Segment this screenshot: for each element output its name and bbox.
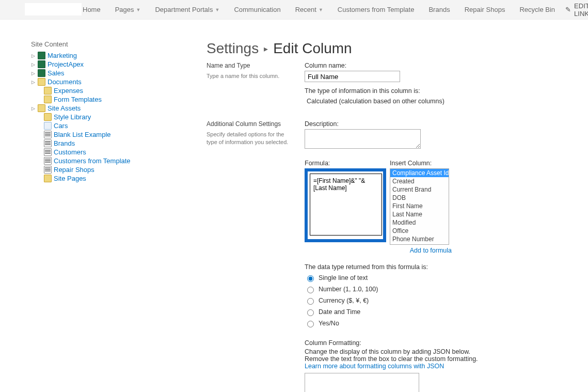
col-format-text2: Remove the text from the box to clear th… [305,355,537,363]
tree-item-label: Sales [47,69,65,77]
description-label: Description: [305,120,537,128]
return-type-option[interactable]: Currency ($, ¥, €) [305,295,537,306]
site-icon [38,60,45,68]
nav-item[interactable]: Department Portals ▼ [155,6,219,13]
expand-icon[interactable] [37,88,42,93]
nav-item[interactable]: Recycle Bin [519,6,555,13]
tree-item[interactable]: ▷Sales [31,69,145,77]
insert-column-list[interactable]: Compliance Asset IdCreatedCurrent BrandD… [390,168,449,245]
expand-icon[interactable]: ▷ [31,62,36,67]
return-type-label: Date and Time [319,308,360,316]
nav-item[interactable]: Recent ▼ [295,6,323,13]
return-type-radio[interactable] [307,298,314,305]
expand-icon[interactable] [37,123,42,128]
tree-item[interactable]: Brands [31,139,145,148]
insert-column-item[interactable]: Office [390,227,449,235]
insert-column-item[interactable]: Last Name [390,210,449,218]
return-type-radio[interactable] [307,287,314,293]
insert-column-item[interactable]: Compliance Asset Id [390,169,449,177]
tree-item[interactable]: Cars [31,121,145,130]
folder-icon [38,78,45,86]
list-icon [44,139,52,147]
add-to-formula-link[interactable]: Add to formula [390,247,452,254]
insert-column-item[interactable]: Reward Period End [390,243,449,245]
insert-column-item[interactable]: Phone Number [390,235,449,243]
site-logo[interactable] [25,3,82,15]
nav-item[interactable]: Brands [428,6,450,13]
breadcrumb-settings[interactable]: Settings [206,40,259,57]
expand-icon[interactable] [37,150,42,154]
expand-icon[interactable] [37,176,42,181]
formula-input[interactable] [310,174,382,236]
addl-settings-help: Specify detailed options for the type of… [206,131,289,147]
column-name-input[interactable] [305,71,400,82]
tree-item-label: Customers from Template [54,157,131,165]
expand-icon[interactable] [37,159,42,163]
pencil-icon: ✎ [565,6,571,13]
expand-icon[interactable]: ▷ [31,71,36,75]
expand-icon[interactable] [37,132,42,137]
expand-icon[interactable]: ▷ [31,106,36,111]
nav-item[interactable]: Pages ▼ [115,6,141,13]
description-input[interactable] [305,129,421,149]
tree-item[interactable]: Form Templates [31,95,145,104]
nav-item[interactable]: Home [83,6,101,13]
list-icon [44,166,52,174]
tree-item[interactable]: Repair Shops [31,165,145,174]
site-icon [38,52,45,59]
column-type-label: The type of information in this column i… [305,87,537,95]
return-type-option[interactable]: Single line of text [305,272,537,284]
expand-icon[interactable] [37,97,42,102]
folder-icon [44,87,52,95]
return-type-radio[interactable] [307,321,314,327]
tree-item[interactable]: ▷Marketing [31,51,145,60]
return-type-option[interactable]: Yes/No [305,318,537,329]
insert-column-item[interactable]: Modified [390,218,449,227]
return-type-radio[interactable] [307,309,314,316]
insert-column-item[interactable]: Current Brand [390,185,449,194]
folder-icon [44,175,52,182]
col-format-heading: Column Formatting: [305,339,537,347]
chevron-down-icon: ▼ [319,7,323,12]
return-type-label: Single line of text [319,274,368,281]
tree-item[interactable]: Blank List Example [31,130,145,139]
expand-icon[interactable]: ▷ [31,53,36,58]
name-type-help: Type a name for this column. [206,72,289,80]
edit-links-button[interactable]: ✎ EDIT LINKS [565,2,588,18]
chevron-down-icon: ▼ [136,7,141,12]
insert-column-item[interactable]: DOB [390,194,449,202]
tree-item[interactable]: Site Pages [31,174,145,183]
return-type-option[interactable]: Number (1, 1.0, 100) [305,284,537,295]
tree-item[interactable]: Customers from Template [31,156,145,165]
tree-item[interactable]: Style Library [31,113,145,121]
tree-item[interactable]: ▷Site Assets [31,104,145,113]
return-type-radio[interactable] [307,275,314,282]
nav-item[interactable]: Communication [234,6,280,13]
insert-column-item[interactable]: First Name [390,202,449,210]
insert-column-label: Insert Column: [390,160,452,167]
expand-icon[interactable] [37,167,42,172]
tree-item-label: Style Library [54,113,91,121]
nav-item[interactable]: Repair Shops [465,6,505,13]
col-format-json-input[interactable] [305,373,419,392]
column-type-value: Calculated (calculation based on other c… [307,98,537,105]
tree-item-label: ProjectApex [47,60,84,68]
tree-item[interactable]: ▷ProjectApex [31,60,145,69]
nav-item[interactable]: Customers from Template [338,6,415,13]
site-content-sidebar: Site Content ▷Marketing▷ProjectApex▷Sale… [0,40,145,392]
formula-label: Formula: [305,160,385,167]
chevron-down-icon: ▼ [215,7,219,12]
insert-column-item[interactable]: Created [390,177,449,185]
folder-icon [44,113,52,121]
expand-icon[interactable] [37,115,42,119]
tree-item[interactable]: Customers [31,148,145,156]
col-format-learn-link[interactable]: Learn more about formatting columns with… [305,363,537,370]
main-content: Settings ▸ Edit Column Name and Type Typ… [145,40,537,392]
folder-icon [44,96,52,103]
tree-item[interactable]: ▷Documents [31,77,145,86]
expand-icon[interactable] [37,141,42,146]
return-type-option[interactable]: Date and Time [305,306,537,318]
tree-item[interactable]: Expenses [31,86,145,95]
expand-icon[interactable]: ▷ [31,80,36,84]
pic-icon [44,122,52,130]
